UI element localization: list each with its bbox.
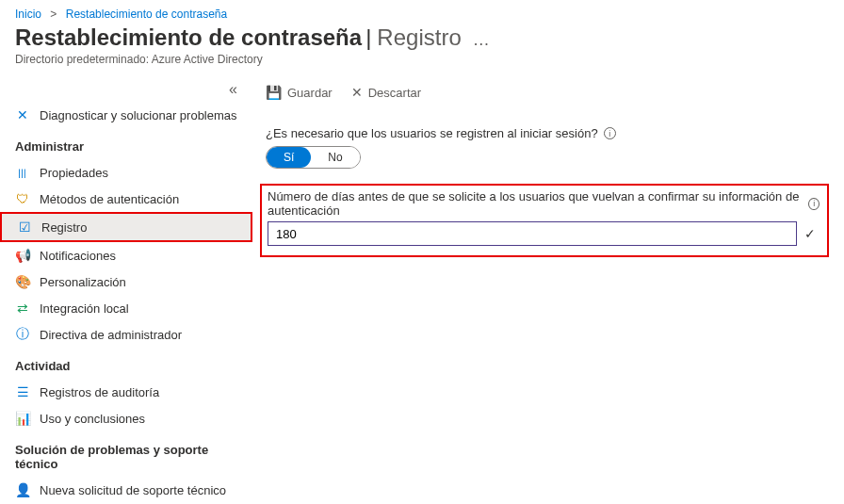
sidebar-section-manage: Administrar [0, 128, 252, 159]
toggle-no[interactable]: No [311, 147, 359, 168]
sidebar-item-registration[interactable]: ☑ Registro [2, 214, 251, 240]
sidebar-item-auth-methods[interactable]: 🛡 Métodos de autenticación [0, 186, 252, 212]
breadcrumb-current[interactable]: Restablecimiento de contraseña [66, 8, 227, 21]
palette-icon: 🎨 [15, 274, 30, 289]
page-title: Restablecimiento de contraseña [15, 24, 362, 51]
breadcrumb-home[interactable]: Inicio [15, 8, 41, 21]
sidebar-item-label: Métodos de autenticación [40, 192, 179, 206]
require-register-label: ¿Es necesario que los usuarios se regist… [266, 126, 829, 140]
days-input[interactable] [268, 221, 797, 246]
sidebar-item-label: Integración local [40, 301, 129, 316]
sidebar-item-audit-logs[interactable]: ☰ Registros de auditoría [0, 379, 252, 405]
shield-icon: 🛡 [15, 191, 30, 206]
info-icon: ⓘ [15, 327, 30, 342]
sidebar-item-notifications[interactable]: 📢 Notificaciones [0, 242, 252, 268]
page-section: Registro [377, 24, 461, 51]
support-icon: 👤 [15, 482, 30, 497]
sidebar: « ✕ Diagnosticar y solucionar problemas … [0, 77, 252, 504]
toolbar: 💾 Guardar ✕ Descartar [260, 77, 829, 115]
properties-icon: ⫼ [15, 165, 30, 180]
discard-button[interactable]: ✕ Descartar [351, 85, 421, 100]
megaphone-icon: 📢 [15, 248, 30, 263]
sidebar-item-label: Nueva solicitud de soporte técnico [40, 483, 226, 497]
save-button[interactable]: 💾 Guardar [266, 85, 333, 100]
breadcrumb: Inicio > Restablecimiento de contraseña [0, 0, 844, 24]
sidebar-section-support: Solución de problemas y soporte técnico [0, 431, 252, 477]
highlight-days-field: Número de días antes de que se solicite … [260, 184, 829, 257]
sidebar-item-customization[interactable]: 🎨 Personalización [0, 268, 252, 295]
sidebar-item-label: Registros de auditoría [40, 385, 159, 399]
chart-icon: 📊 [15, 411, 30, 426]
sidebar-item-properties[interactable]: ⫼ Propiedades [0, 159, 252, 186]
sidebar-item-label: Propiedades [40, 166, 108, 180]
sidebar-item-label: Notificaciones [40, 249, 116, 263]
sidebar-item-usage[interactable]: 📊 Uso y conclusiones [0, 405, 252, 431]
sync-icon: ⇄ [15, 301, 30, 316]
collapse-sidebar[interactable]: « [0, 81, 252, 102]
sidebar-item-label: Registro [41, 220, 87, 235]
breadcrumb-separator: > [50, 8, 57, 21]
sidebar-item-label: Personalización [40, 275, 126, 289]
highlight-registration: ☑ Registro [0, 212, 252, 242]
discard-icon: ✕ [351, 85, 363, 100]
sidebar-item-admin-policy[interactable]: ⓘ Directiva de administrador [0, 321, 252, 348]
page-subtitle: Directorio predeterminado: Azure Active … [0, 53, 844, 77]
info-icon[interactable]: i [604, 127, 616, 139]
toggle-yes[interactable]: Sí [267, 147, 311, 168]
checklist-icon: ☑ [17, 219, 32, 235]
content-pane: 💾 Guardar ✕ Descartar ¿Es necesario que … [252, 77, 844, 504]
require-register-toggle[interactable]: Sí No [266, 146, 361, 169]
check-icon: ✓ [801, 226, 820, 241]
diagnose-icon: ✕ [15, 107, 30, 122]
save-icon: 💾 [266, 85, 282, 100]
days-label: Número de días antes de que se solicite … [268, 189, 820, 218]
sidebar-item-label: Directiva de administrador [40, 328, 182, 342]
page-header: Restablecimiento de contraseña | Registr… [0, 24, 844, 53]
sidebar-item-local-integration[interactable]: ⇄ Integración local [0, 295, 252, 321]
sidebar-item-label: Uso y conclusiones [40, 412, 145, 426]
info-icon[interactable]: i [808, 198, 820, 210]
list-icon: ☰ [15, 384, 30, 399]
sidebar-item-diagnose[interactable]: ✕ Diagnosticar y solucionar problemas [0, 102, 252, 128]
sidebar-section-activity: Actividad [0, 348, 252, 379]
sidebar-item-label: Diagnosticar y solucionar problemas [40, 108, 237, 122]
sidebar-item-new-support[interactable]: 👤 Nueva solicitud de soporte técnico [0, 477, 252, 503]
more-menu[interactable]: … [473, 30, 492, 50]
